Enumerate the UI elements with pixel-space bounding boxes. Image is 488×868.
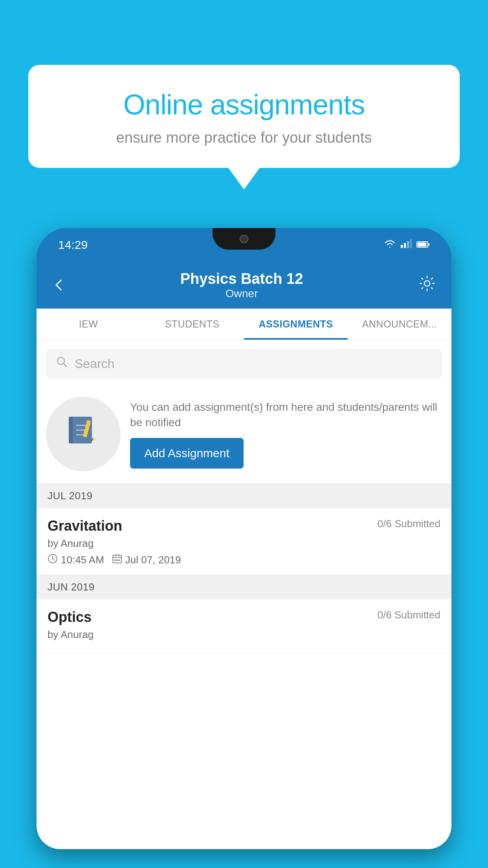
assignment-row-top: Gravitation 0/6 Submitted — [48, 518, 440, 534]
search-icon — [56, 356, 68, 371]
signal-icon — [401, 239, 412, 251]
notebook-icon-circle — [46, 397, 121, 471]
assignment-date: Jul 07, 2019 — [112, 554, 181, 566]
phone-container: 14:29 — [37, 228, 451, 868]
assignment-submitted-optics: 0/6 Submitted — [378, 609, 440, 621]
status-bar: 14:29 — [37, 228, 451, 261]
wifi-icon — [383, 239, 396, 251]
section-header-jun: JUN 2019 — [37, 575, 451, 600]
settings-button[interactable] — [418, 275, 436, 296]
svg-rect-1 — [404, 243, 406, 248]
phone-frame: 14:29 — [37, 228, 451, 849]
search-bar[interactable]: Search — [46, 349, 442, 378]
assignment-item-gravitation[interactable]: Gravitation 0/6 Submitted by Anurag 10:4… — [37, 508, 451, 575]
tab-students[interactable]: STUDENTS — [140, 309, 244, 340]
calendar-icon — [112, 554, 122, 566]
svg-rect-22 — [116, 559, 118, 561]
assignment-meta: 10:45 AM — [48, 554, 440, 566]
notebook-icon — [66, 413, 101, 456]
app-header: Physics Batch 12 Owner — [37, 261, 451, 309]
add-assignment-right: You can add assignment(s) from here and … — [130, 399, 442, 469]
tab-assignments[interactable]: ASSIGNMENTS — [244, 309, 348, 340]
tab-iew[interactable]: IEW — [37, 309, 140, 340]
notch — [213, 228, 275, 250]
clock-icon — [48, 554, 58, 566]
search-input[interactable]: Search — [75, 357, 114, 371]
svg-rect-3 — [410, 239, 412, 248]
svg-rect-20 — [118, 554, 119, 556]
speech-bubble-subtitle: ensure more practice for your students — [56, 129, 432, 146]
assignment-item-optics[interactable]: Optics 0/6 Submitted by Anurag — [37, 600, 451, 653]
svg-rect-13 — [76, 434, 84, 436]
svg-point-7 — [424, 281, 430, 286]
camera-icon — [240, 235, 248, 243]
assignment-submitted: 0/6 Submitted — [378, 518, 440, 530]
assignment-name: Gravitation — [48, 518, 122, 534]
speech-bubble-container: Online assignments ensure more practice … — [28, 65, 460, 189]
svg-rect-19 — [115, 554, 116, 556]
svg-rect-5 — [418, 243, 426, 246]
speech-bubble-title: Online assignments — [56, 88, 432, 121]
tab-announcements[interactable]: ANNOUNCEM... — [348, 309, 451, 340]
svg-rect-2 — [407, 241, 409, 248]
svg-rect-10 — [69, 417, 73, 443]
assignment-author: by Anurag — [48, 537, 440, 550]
svg-rect-0 — [401, 245, 403, 248]
svg-rect-21 — [114, 559, 116, 561]
battery-icon — [416, 239, 430, 251]
speech-bubble: Online assignments ensure more practice … — [28, 65, 460, 168]
assignment-author-optics: by Anurag — [48, 629, 440, 641]
add-assignment-button[interactable]: Add Assignment — [130, 438, 244, 469]
status-icons — [383, 239, 430, 251]
assignment-name-optics: Optics — [48, 609, 92, 625]
header-subtitle: Owner — [180, 287, 303, 300]
section-header-jul: JUL 2019 — [37, 484, 451, 508]
speech-bubble-tail — [228, 168, 260, 189]
svg-rect-6 — [428, 243, 429, 246]
svg-rect-23 — [118, 559, 120, 561]
back-button[interactable] — [52, 279, 65, 291]
svg-rect-18 — [113, 555, 121, 563]
header-title: Physics Batch 12 — [180, 270, 303, 287]
tab-bar: IEW STUDENTS ASSIGNMENTS ANNOUNCEM... — [37, 309, 451, 340]
status-time: 14:29 — [58, 238, 88, 252]
header-center: Physics Batch 12 Owner — [180, 270, 303, 300]
add-assignment-section: You can add assignment(s) from here and … — [37, 385, 451, 484]
screen-content: Search — [37, 340, 451, 849]
assignment-time: 10:45 AM — [48, 554, 104, 566]
add-assignment-description: You can add assignment(s) from here and … — [130, 399, 442, 430]
assignment-row-top-optics: Optics 0/6 Submitted — [48, 609, 440, 625]
